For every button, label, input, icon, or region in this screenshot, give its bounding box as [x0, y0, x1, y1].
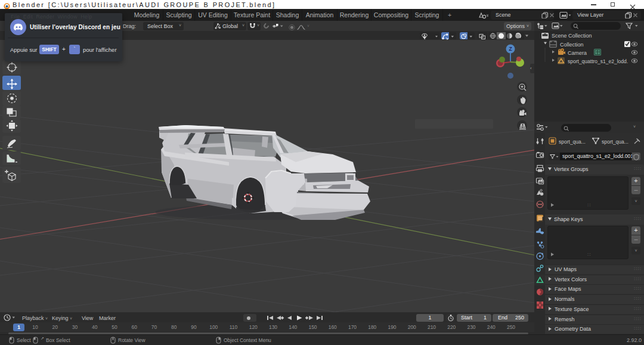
svg-text:sport_quattro_s1_e2_lodd.: sport_quattro_s1_e2_lodd.	[568, 58, 628, 64]
svg-text:sport_qua...: sport_qua...	[559, 139, 586, 145]
svg-text:Collection: Collection	[560, 42, 584, 48]
svg-text:Z: Z	[509, 46, 512, 52]
svg-text:Camera: Camera	[568, 50, 587, 56]
svg-text:Scene Collection: Scene Collection	[552, 33, 592, 39]
svg-text:sport_qua...: sport_qua...	[602, 139, 628, 145]
